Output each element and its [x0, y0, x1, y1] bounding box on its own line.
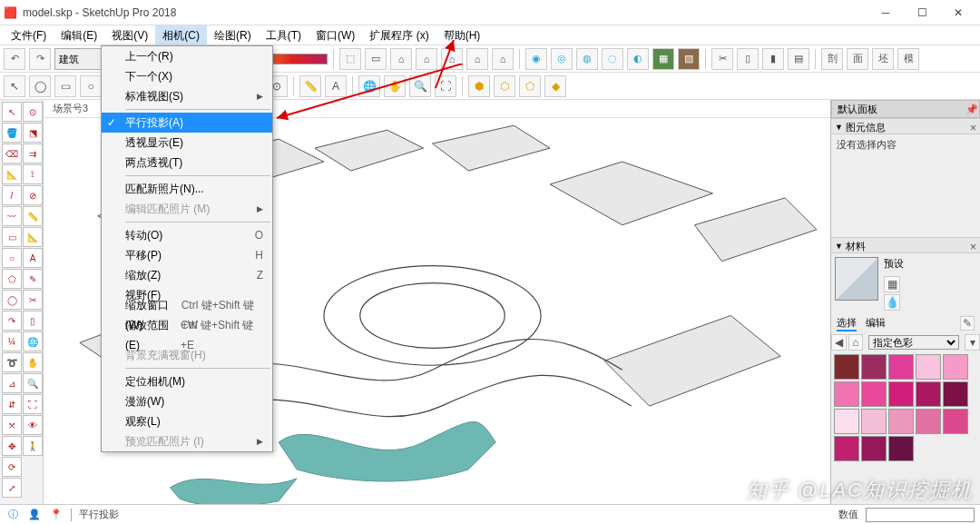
palette-tool[interactable]: A [23, 248, 43, 268]
material-eyedrop-icon[interactable]: ✎ [960, 316, 975, 331]
menu-item[interactable]: 透视显示(E) [102, 133, 272, 153]
material-swatch[interactable] [834, 354, 859, 380]
materials-home-button[interactable]: ⌂ [848, 334, 864, 351]
right-view-button[interactable]: ⌂ [492, 48, 514, 70]
cjk-btn-4[interactable]: 模 [897, 48, 919, 70]
menu-文件[interactable]: 文件(F) [4, 25, 54, 44]
materials-tab-select[interactable]: 选择 [837, 316, 857, 331]
style-xray-button[interactable]: ◉ [525, 48, 547, 70]
material-swatch[interactable] [888, 354, 914, 380]
menu-绘图[interactable]: 绘图(R) [207, 25, 259, 44]
menu-item[interactable]: 漫游(W) [102, 391, 272, 411]
palette-tool[interactable]: ➰ [2, 352, 22, 372]
menu-item[interactable]: 缩放(Z)Z [102, 265, 272, 285]
tray-pin-icon[interactable]: 📌 [965, 100, 979, 118]
material-swatch[interactable] [916, 354, 941, 380]
palette-tool[interactable]: ▯ [23, 311, 43, 331]
palette-tool[interactable]: ⬔ [23, 123, 43, 143]
menu-item[interactable]: 两点透视(T) [102, 153, 272, 173]
tool-select-button[interactable]: ↖ [4, 75, 25, 97]
menu-扩展程序 [interactable]: 扩展程序 (x) [362, 25, 436, 44]
menu-item[interactable]: 平行投影(A) [102, 113, 272, 133]
section-add-button[interactable]: ✂ [711, 48, 733, 70]
material-swatch[interactable] [888, 436, 914, 461]
material-swatch[interactable] [861, 381, 887, 407]
material-swatch[interactable] [888, 381, 914, 407]
material-swatch[interactable] [888, 409, 914, 434]
menu-item[interactable]: 上一个(R) [102, 46, 272, 66]
material-swatch[interactable] [943, 381, 968, 407]
material-swatch[interactable] [943, 409, 968, 434]
menu-工具[interactable]: 工具(T) [259, 25, 309, 44]
default-tray-header[interactable]: 默认面板 📌 [831, 100, 980, 118]
redo-button[interactable]: ↷ [29, 48, 51, 70]
palette-tool[interactable]: ⤢ [2, 478, 22, 498]
materials-header[interactable]: 材料 × [831, 237, 980, 253]
palette-tool[interactable]: ↖ [2, 102, 22, 122]
menu-相机[interactable]: 相机(C) [155, 25, 207, 44]
extwarehouse-button[interactable]: ⬡ [494, 75, 515, 97]
material-sample-button[interactable]: 💧 [884, 294, 900, 311]
status-info-icon[interactable]: ⓘ [5, 508, 20, 521]
palette-tool[interactable]: ⟳ [2, 457, 22, 477]
palette-tool[interactable]: 🚶 [23, 436, 43, 456]
palette-tool[interactable]: ✥ [2, 436, 22, 456]
palette-tool[interactable]: 📐 [23, 227, 43, 247]
menu-视图[interactable]: 视图(V) [104, 25, 155, 44]
status-geo-icon[interactable]: 📍 [49, 509, 64, 520]
layout-button[interactable]: ⬠ [519, 75, 541, 97]
menu-item[interactable]: 转动(O)O [102, 225, 272, 245]
menu-item[interactable]: 观察(L) [102, 411, 272, 431]
menu-item[interactable]: 缩放范围(E)Ctrl 键+Shift 键+E [102, 325, 272, 345]
minimize-button[interactable]: ─ [867, 0, 904, 25]
palette-tool[interactable]: 〰 [2, 206, 22, 226]
material-create-button[interactable]: ▦ [884, 276, 900, 292]
material-swatch[interactable] [861, 409, 887, 434]
materials-menu-button[interactable]: ▾ [965, 334, 980, 351]
palette-tool[interactable]: ◯ [2, 290, 22, 310]
section-fill-button[interactable]: ▤ [788, 48, 809, 70]
section-cut-button[interactable]: ▮ [762, 48, 784, 70]
palette-tool[interactable]: ▭ [2, 227, 22, 247]
style-mono-button[interactable]: ▧ [678, 48, 700, 70]
palette-tool[interactable]: ⬠ [2, 269, 22, 289]
cjk-btn-1[interactable]: 剖 [821, 48, 843, 70]
status-person-icon[interactable]: 👤 [27, 509, 42, 520]
tool-rect-button[interactable]: ▭ [54, 75, 76, 97]
palette-tool[interactable]: ✋ [23, 352, 43, 372]
material-swatch[interactable] [861, 436, 887, 461]
palette-tool[interactable]: ○ [2, 248, 22, 268]
material-swatch[interactable] [834, 409, 859, 434]
palette-tool[interactable]: ✂ [23, 290, 43, 310]
palette-tool[interactable]: 🌐 [23, 331, 43, 351]
palette-tool[interactable]: ↷ [2, 311, 22, 331]
tool-lasso-button[interactable]: ◯ [29, 75, 51, 97]
menu-item[interactable]: 标准视图(S) [102, 86, 272, 106]
materials-tab-edit[interactable]: 编辑 [866, 316, 886, 331]
entity-info-close-icon[interactable]: × [970, 120, 976, 136]
solid-button[interactable]: ◆ [544, 75, 566, 97]
palette-tool[interactable]: ⤧ [2, 415, 22, 435]
palette-tool[interactable]: 📐 [2, 164, 22, 184]
palette-tool[interactable]: ⌫ [2, 143, 22, 163]
undo-button[interactable]: ↶ [4, 48, 25, 70]
materials-set-select[interactable]: 指定色彩 [868, 335, 959, 350]
menu-编辑[interactable]: 编辑(E) [54, 25, 104, 44]
material-swatch[interactable] [861, 354, 887, 380]
cjk-btn-3[interactable]: 坯 [872, 48, 894, 70]
entity-info-header[interactable]: 图元信息 × [831, 118, 980, 134]
maximize-button[interactable]: ☐ [904, 0, 940, 25]
menu-item[interactable]: 定位相机(M) [102, 371, 272, 391]
cjk-btn-2[interactable]: 面 [847, 48, 868, 70]
current-material-swatch[interactable] [835, 257, 878, 301]
palette-tool[interactable]: ⟟ [23, 164, 43, 184]
style-back-button[interactable]: ◎ [551, 48, 573, 70]
style-hidden-button[interactable]: ◌ [602, 48, 623, 70]
style-wire-button[interactable]: ◍ [576, 48, 598, 70]
materials-back-button[interactable]: ◀ [831, 334, 847, 351]
palette-tool[interactable]: ¼ [2, 331, 22, 351]
menu-item[interactable]: 下一个(X) [102, 66, 272, 86]
material-swatch[interactable] [943, 354, 968, 380]
style-tex-button[interactable]: ▦ [652, 48, 674, 70]
palette-tool[interactable]: ✎ [23, 269, 43, 289]
